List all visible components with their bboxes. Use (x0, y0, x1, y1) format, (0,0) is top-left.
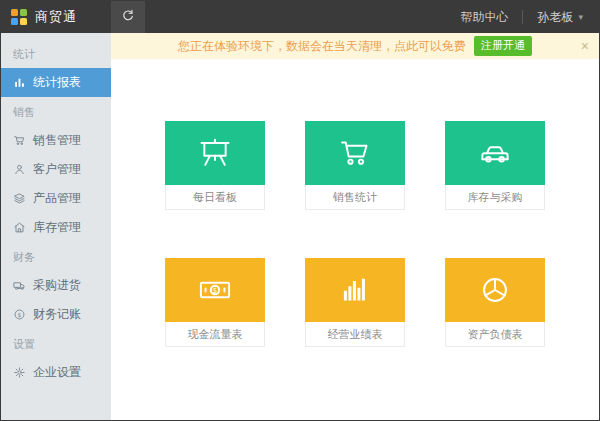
presentation-board-icon (165, 121, 265, 185)
sidebar-item-label: 库存管理 (33, 219, 81, 236)
sidebar-section-stats: 统计 (1, 39, 111, 68)
sidebar-item-enterprise-settings[interactable]: 企业设置 (1, 358, 111, 387)
layers-icon (13, 192, 26, 205)
cart-icon (13, 134, 26, 147)
app-logo-icon (11, 9, 27, 25)
refresh-button[interactable] (111, 1, 145, 33)
banknote-icon: $ (165, 258, 265, 322)
tile-balance-sheet[interactable]: 资产负债表 (445, 258, 545, 347)
app-title: 商贸通 (35, 8, 77, 26)
sidebar-section-sales: 销售 (1, 97, 111, 126)
register-button[interactable]: 注册开通 (474, 36, 532, 56)
help-center-link[interactable]: 帮助中心 (460, 9, 508, 26)
sidebar-item-label: 产品管理 (33, 190, 81, 207)
svg-text:$: $ (213, 286, 218, 295)
sidebar-item-accounting[interactable]: $ 财务记账 (1, 300, 111, 329)
pie-chart-icon (445, 258, 545, 322)
tile-performance[interactable]: 经营业绩表 (305, 258, 405, 347)
close-icon[interactable]: × (581, 33, 589, 59)
gear-icon (13, 366, 26, 379)
sidebar-section-finance: 财务 (1, 242, 111, 271)
bar-chart-icon (305, 258, 405, 322)
warehouse-icon (13, 221, 26, 234)
truck-icon (13, 279, 26, 292)
person-icon (13, 163, 26, 176)
sidebar-item-label: 客户管理 (33, 161, 81, 178)
user-name: 孙老板 (537, 9, 573, 26)
car-icon (445, 121, 545, 185)
sidebar-item-label: 统计报表 (33, 74, 81, 91)
tile-grid: 每日看板 销售统计 库存与采购 (111, 59, 599, 420)
sidebar-item-label: 企业设置 (33, 364, 81, 381)
sidebar-item-label: 采购进货 (33, 277, 81, 294)
sidebar-item-inventory-mgmt[interactable]: 库存管理 (1, 213, 111, 242)
titlebar-divider (522, 10, 523, 24)
tile-label: 库存与采购 (445, 185, 545, 210)
tile-label: 现金流量表 (165, 322, 265, 347)
sidebar-item-label: 财务记账 (33, 306, 81, 323)
sidebar-item-purchasing[interactable]: 采购进货 (1, 271, 111, 300)
tile-label: 经营业绩表 (305, 322, 405, 347)
app-window: 商贸通 帮助中心 孙老板 ▾ 统计 (0, 0, 600, 421)
sidebar-section-settings: 设置 (1, 329, 111, 358)
sidebar-item-customer-mgmt[interactable]: 客户管理 (1, 155, 111, 184)
titlebar-left: 商贸通 (1, 8, 111, 26)
chevron-down-icon: ▾ (578, 12, 583, 22)
sidebar-item-label: 销售管理 (33, 132, 81, 149)
titlebar-right: 帮助中心 孙老板 ▾ (460, 9, 599, 26)
tile-inventory-purchasing[interactable]: 库存与采购 (445, 121, 545, 210)
titlebar: 商贸通 帮助中心 孙老板 ▾ (1, 1, 599, 33)
sidebar: 统计 统计报表 销售 销售管理 客户管理 (1, 33, 111, 420)
main-content: 您正在体验环境下，数据会在当天清理，点此可以免费 注册开通 × 每日看板 (111, 33, 599, 420)
user-menu[interactable]: 孙老板 ▾ (537, 9, 583, 26)
sidebar-item-product-mgmt[interactable]: 产品管理 (1, 184, 111, 213)
banner-text: 您正在体验环境下，数据会在当天清理，点此可以免费 (178, 38, 466, 55)
sidebar-item-sales-mgmt[interactable]: 销售管理 (1, 126, 111, 155)
bar-chart-icon (13, 76, 26, 89)
svg-text:$: $ (18, 311, 22, 318)
tile-daily-board[interactable]: 每日看板 (165, 121, 265, 210)
refresh-icon (120, 8, 136, 27)
dollar-icon: $ (13, 308, 26, 321)
tile-sales-stats[interactable]: 销售统计 (305, 121, 405, 210)
sidebar-item-report[interactable]: 统计报表 (1, 68, 111, 97)
trial-banner: 您正在体验环境下，数据会在当天清理，点此可以免费 注册开通 × (111, 33, 599, 59)
shopping-cart-icon (305, 121, 405, 185)
tile-label: 每日看板 (165, 185, 265, 210)
tile-cash-flow[interactable]: $ 现金流量表 (165, 258, 265, 347)
tile-label: 资产负债表 (445, 322, 545, 347)
tile-label: 销售统计 (305, 185, 405, 210)
